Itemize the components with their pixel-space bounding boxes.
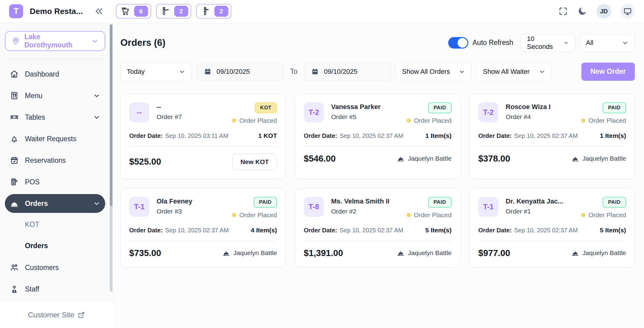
customer-name: Vanessa Parker: [331, 103, 381, 111]
home-icon: [10, 70, 19, 79]
order-date-value: Sep 10, 2025 02:37 AM: [514, 227, 578, 234]
order-date-label: Order Date:: [129, 132, 163, 139]
sidebar-item-customers[interactable]: Customers: [5, 258, 105, 277]
date-range-select[interactable]: Today: [120, 63, 192, 80]
order-card[interactable]: T-2 Roscoe Wiza I Order #4 PAID Order Pl…: [469, 94, 635, 179]
auto-refresh-toggle[interactable]: [448, 37, 468, 49]
date-from-input[interactable]: 09/10/2025: [197, 63, 283, 81]
status-dot: [232, 213, 236, 217]
order-date-label: Order Date:: [478, 132, 512, 139]
sidebar-subitem-orders[interactable]: Orders: [5, 237, 105, 255]
sidebar-item-reservations[interactable]: Reservations: [5, 151, 105, 170]
table-badge: T-1: [129, 197, 149, 217]
sidebar-item-label: Dashboard: [25, 70, 59, 78]
sidebar-item-dashboard[interactable]: Dashboard: [5, 65, 105, 84]
order-card[interactable]: T-1 Dr. Kenyatta Jac... Order #1 PAID Or…: [469, 189, 635, 268]
status-badge: PAID: [254, 197, 277, 208]
service-count-badge: 2: [214, 6, 228, 17]
chevron-down-icon: [93, 200, 100, 207]
cloche-small-icon: [571, 249, 579, 257]
waiter-assignment: Jaquelyn Battle: [397, 249, 452, 257]
order-date-label: Order Date:: [129, 227, 163, 234]
top-bar: T Demo Resta... 6 2 2: [0, 0, 644, 22]
status-badge: PAID: [603, 102, 626, 113]
sidebar-item-label: POS: [25, 178, 40, 186]
waiter-name: Jaquelyn Battle: [582, 249, 626, 257]
order-card[interactable]: T-8 Ms. Velma Smith II Order #2 PAID Ord…: [295, 189, 460, 268]
sidebar-item-staff[interactable]: Staff: [5, 280, 105, 299]
order-date-label: Order Date:: [478, 227, 512, 234]
waiter-filter-select[interactable]: Show All Waiter: [476, 63, 552, 80]
status-dot: [232, 118, 236, 123]
order-number: Order #7: [157, 113, 182, 121]
cloche-icon: [10, 199, 19, 208]
customer-site-link[interactable]: Customer Site: [28, 311, 85, 319]
order-card[interactable]: T-1 Ola Feeney Order #3 PAID Order Place…: [120, 189, 286, 268]
cloche-small-icon: [397, 155, 405, 162]
sidebar-item-menu[interactable]: Menu: [5, 86, 105, 105]
staff-person-icon: [10, 285, 19, 294]
scope-filter-select[interactable]: All: [580, 34, 635, 52]
status-badge: PAID: [428, 197, 452, 208]
order-meta: Order Date: Sep 10, 2025 02:37 AM 1 Item…: [304, 132, 452, 146]
cart-icon: [120, 6, 130, 16]
refresh-interval-select[interactable]: 10 Seconds: [521, 34, 575, 52]
new-order-button[interactable]: New Order: [581, 63, 635, 81]
order-date-value: Sep 10, 2025 02:37 AM: [340, 132, 403, 139]
waiter-tray-icon: [160, 6, 171, 16]
location-selector[interactable]: Lake Dorothymouth: [5, 31, 105, 51]
waiter-requests-badge-button[interactable]: 2: [156, 4, 191, 19]
order-count: 4 Item(s): [251, 227, 277, 234]
user-avatar[interactable]: JD: [597, 4, 611, 19]
service-badge-button[interactable]: 2: [196, 4, 231, 19]
sidebar-scrollbar[interactable]: [110, 24, 113, 292]
order-state: Order Placed: [407, 211, 452, 219]
fullscreen-button[interactable]: [558, 6, 568, 16]
orders-filter-select[interactable]: Show All Orders: [396, 63, 472, 80]
customer-name: Ola Feeney: [157, 197, 192, 205]
display-mode-button[interactable]: [620, 4, 635, 19]
sidebar: Lake Dorothymouth Dashboard Menu: [0, 22, 113, 328]
order-count: 1 Item(s): [425, 132, 452, 139]
order-card[interactable]: -- -- Order #7 KOT Order Placed Order Da…: [120, 94, 286, 179]
waiter-assignment: Jaquelyn Battle: [571, 155, 626, 162]
table-badge: --: [129, 102, 149, 122]
date-to-value: 09/10/2025: [324, 68, 357, 76]
order-total: $525.00: [129, 157, 161, 167]
sidebar-item-waiter-requests[interactable]: Waiter Requests: [5, 129, 105, 148]
app-shell: Lake Dorothymouth Dashboard Menu: [0, 22, 644, 328]
refresh-interval-value: 10 Seconds: [527, 35, 556, 51]
sidebar-scrollbar-thumb[interactable]: [110, 24, 113, 206]
table-badge: T-8: [304, 197, 324, 217]
sidebar-item-pos[interactable]: POS: [5, 173, 105, 191]
chevron-down-icon: [459, 68, 465, 75]
sidebar-subitem-kot[interactable]: KOT: [5, 216, 105, 233]
sidebar-item-tables[interactable]: Tables: [5, 108, 105, 127]
order-number: Order #4: [506, 113, 551, 121]
waiter-assignment: Jaquelyn Battle: [222, 249, 277, 257]
waiter-name: Jaquelyn Battle: [582, 155, 626, 162]
order-count: 5 Item(s): [600, 227, 626, 234]
date-to-input[interactable]: 09/10/2025: [304, 63, 391, 81]
waiter-name: Jaquelyn Battle: [408, 249, 452, 257]
page-title: Orders (6): [120, 37, 165, 48]
sidebar-item-label: Menu: [25, 92, 43, 100]
order-state: Order Placed: [232, 211, 277, 219]
card-footer: $1,391.00 Jaquelyn Battle: [304, 248, 452, 258]
location-label: Lake Dorothymouth: [24, 33, 87, 49]
order-card[interactable]: T-2 Vanessa Parker Order #5 PAID Order P…: [295, 94, 460, 179]
customer-name: Roscoe Wiza I: [506, 103, 551, 111]
waiter-requests-count-badge: 2: [174, 6, 188, 17]
dark-mode-toggle-button[interactable]: [577, 6, 587, 16]
top-bar-right: JD: [558, 4, 635, 19]
new-kot-button[interactable]: New KOT: [232, 154, 277, 170]
order-count: 1 KOT: [258, 132, 277, 139]
date-from-value: 09/10/2025: [216, 68, 250, 76]
cart-badge-button[interactable]: 6: [116, 4, 151, 19]
order-total: $1,391.00: [304, 248, 343, 258]
sidebar-collapse-button[interactable]: [94, 6, 104, 16]
order-count: 1 Item(s): [600, 132, 626, 139]
sidebar-item-label: Staff: [25, 285, 39, 293]
sidebar-item-orders[interactable]: Orders: [5, 194, 105, 213]
order-meta: Order Date: Sep 10, 2025 02:37 AM 5 Item…: [478, 227, 626, 241]
